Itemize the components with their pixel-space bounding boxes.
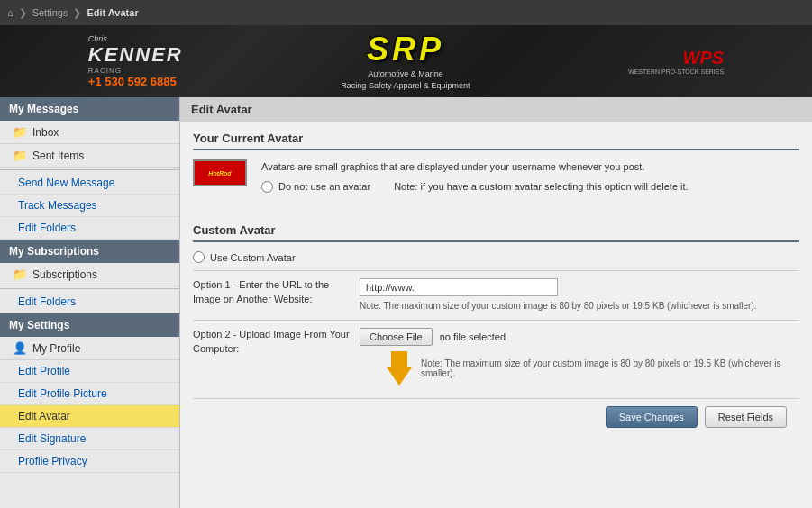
my-subscriptions-header: My Subscriptions bbox=[0, 240, 179, 263]
breadcrumb-separator: ❯ bbox=[19, 7, 27, 19]
kenner-sub: RACING bbox=[88, 67, 122, 75]
inbox-label: Inbox bbox=[32, 126, 59, 139]
top-nav: ⌂ ❯ Settings ❯ Edit Avatar bbox=[0, 0, 812, 25]
custom-avatar-section: Custom Avatar Use Custom Avatar Option 1… bbox=[180, 214, 812, 444]
srp-line1: Automotive & Marine bbox=[341, 68, 470, 80]
option1-control: Note: The maximum size of your custom im… bbox=[360, 278, 799, 313]
no-file-text: no file selected bbox=[440, 331, 506, 342]
sidebar-item-edit-profile[interactable]: Edit Profile bbox=[0, 360, 179, 383]
breadcrumb-settings[interactable]: Settings bbox=[32, 7, 68, 18]
user-icon: 👤 bbox=[13, 341, 27, 355]
sidebar-item-edit-signature[interactable]: Edit Signature bbox=[0, 428, 179, 450]
sidebar-item-inbox[interactable]: 📁 Inbox bbox=[0, 121, 179, 144]
banner-wps: WPS WESTERN PRO-STOCK SERIES bbox=[628, 48, 724, 75]
sidebar-item-edit-folders-subs[interactable]: Edit Folders bbox=[0, 291, 179, 313]
main-layout: My Messages 📁 Inbox 📁 Sent Items Send Ne… bbox=[0, 97, 812, 508]
sidebar-item-edit-profile-picture[interactable]: Edit Profile Picture bbox=[0, 383, 179, 405]
avatar-info: Avatars are small graphics that are disp… bbox=[261, 159, 689, 195]
sidebar-item-edit-folders-messages[interactable]: Edit Folders bbox=[0, 217, 179, 240]
content-header: Edit Avatar bbox=[180, 97, 812, 122]
avatar-description: Avatars are small graphics that are disp… bbox=[261, 159, 689, 176]
current-avatar-row: HotRod Avatars are small graphics that a… bbox=[193, 159, 799, 195]
current-avatar-title: Your Current Avatar bbox=[193, 132, 799, 150]
folder-icon-inbox: 📁 bbox=[13, 125, 27, 139]
kenner-top: Chris bbox=[88, 34, 107, 43]
sidebar-item-send-new-message[interactable]: Send New Message bbox=[0, 172, 179, 195]
home-icon[interactable]: ⌂ bbox=[7, 7, 14, 18]
sidebar-item-subscriptions[interactable]: 📁 Subscriptions bbox=[0, 263, 179, 286]
sidebar-item-sent[interactable]: 📁 Sent Items bbox=[0, 144, 179, 168]
sent-items-label: Sent Items bbox=[32, 150, 84, 162]
srp-tagline: Automotive & Marine Racing Safety Appare… bbox=[341, 68, 470, 91]
my-profile-label: My Profile bbox=[32, 342, 80, 355]
breadcrumb-current: Edit Avatar bbox=[87, 7, 138, 18]
wps-sub: WESTERN PRO-STOCK SERIES bbox=[628, 68, 724, 75]
folder-icon-sent: 📁 bbox=[13, 149, 27, 162]
banner: Chris KENNER RACING +1 530 592 6885 SRP … bbox=[0, 25, 812, 97]
use-custom-label: Use Custom Avatar bbox=[210, 252, 296, 263]
banner-srp: SRP Automotive & Marine Racing Safety Ap… bbox=[341, 31, 470, 91]
save-changes-button[interactable]: Save Changes bbox=[606, 406, 698, 428]
current-avatar-section: Your Current Avatar HotRod Avatars are s… bbox=[180, 122, 812, 213]
option2-label: Option 2 - Upload Image From Your Comput… bbox=[193, 328, 351, 356]
action-bar: Save Changes Reset Fields bbox=[193, 398, 799, 435]
breadcrumb-separator-2: ❯ bbox=[73, 7, 81, 19]
sidebar-item-track-messages[interactable]: Track Messages bbox=[0, 195, 179, 217]
option2-row: Option 2 - Upload Image From Your Comput… bbox=[193, 320, 799, 398]
wps-logo: WPS bbox=[628, 48, 724, 68]
option2-control: Choose File no file selected Note: The m… bbox=[360, 328, 799, 391]
reset-fields-button[interactable]: Reset Fields bbox=[705, 406, 787, 428]
option1-row: Option 1 - Enter the URL to the Image on… bbox=[193, 270, 799, 320]
use-custom-radio[interactable] bbox=[193, 251, 205, 263]
folder-icon-subscriptions: 📁 bbox=[13, 268, 27, 281]
avatar-image: HotRod bbox=[193, 159, 247, 186]
no-avatar-note: Note: if you have a custom avatar select… bbox=[394, 179, 689, 195]
arrow-container: Note: The maximum size of your custom im… bbox=[360, 346, 799, 391]
url-input[interactable] bbox=[360, 278, 558, 296]
subscriptions-label: Subscriptions bbox=[32, 268, 97, 281]
no-avatar-row: Do not use an avatar Note: if you have a… bbox=[261, 179, 689, 195]
my-settings-header: My Settings bbox=[0, 313, 179, 337]
sidebar-item-edit-avatar[interactable]: Edit Avatar bbox=[0, 405, 179, 428]
kenner-name: KENNER bbox=[88, 43, 183, 67]
no-avatar-radio[interactable] bbox=[261, 181, 273, 193]
content-area: Edit Avatar Your Current Avatar HotRod A… bbox=[180, 97, 812, 508]
my-messages-header: My Messages bbox=[0, 97, 179, 121]
sidebar: My Messages 📁 Inbox 📁 Sent Items Send Ne… bbox=[0, 97, 180, 508]
srp-logo: SRP bbox=[341, 31, 470, 68]
sidebar-item-profile-privacy[interactable]: Profile Privacy bbox=[0, 450, 179, 473]
file-upload-row: Choose File no file selected bbox=[360, 328, 799, 346]
url-note: Note: The maximum size of your custom im… bbox=[360, 300, 799, 313]
upload-note: Note: The maximum size of your custom im… bbox=[421, 358, 799, 378]
option1-label: Option 1 - Enter the URL to the Image on… bbox=[193, 278, 351, 306]
use-custom-row: Use Custom Avatar bbox=[193, 251, 799, 263]
choose-file-button[interactable]: Choose File bbox=[360, 328, 433, 346]
no-avatar-label: Do not use an avatar bbox=[278, 179, 370, 195]
banner-kenner: Chris KENNER RACING +1 530 592 6885 bbox=[88, 34, 183, 88]
srp-line2: Racing Safety Apparel & Equipment bbox=[341, 80, 470, 92]
custom-avatar-title: Custom Avatar bbox=[193, 223, 799, 242]
sidebar-item-my-profile[interactable]: 👤 My Profile bbox=[0, 337, 179, 360]
kenner-phone: +1 530 592 6885 bbox=[88, 75, 177, 88]
